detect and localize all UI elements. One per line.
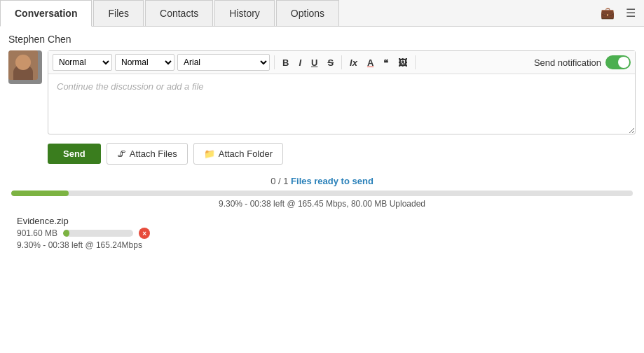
menu-button[interactable]: ☰ (623, 5, 638, 21)
attach-folder-label: Attach Folder (219, 148, 273, 159)
attach-folder-button[interactable]: 📁 Attach Folder (193, 143, 283, 165)
image-button[interactable]: 🖼 (395, 54, 411, 71)
progress-area: 0 / 1 Files ready to send 9.30% - 00:38 … (8, 176, 636, 250)
tab-options[interactable]: Options (276, 0, 339, 26)
send-notification-toggle[interactable] (605, 55, 631, 69)
content-area: Stephen Chen Normal Heading 1 Heading 2 … (0, 27, 644, 257)
settings-icon-button[interactable]: 💼 (598, 5, 617, 21)
file-row: 901.60 MB × (17, 228, 633, 239)
file-item: Evidence.zip 901.60 MB × 9.30% - 00:38 l… (17, 216, 633, 250)
files-ready-status: 0 / 1 Files ready to send (11, 176, 633, 186)
file-transfer-stats: 9.30% - 00:38 left @ 165.24Mbps (17, 240, 633, 250)
tab-contacts[interactable]: Contacts (145, 0, 213, 26)
attach-files-label: Attach Files (130, 148, 177, 159)
send-button[interactable]: Send (48, 144, 101, 164)
file-progress-bar (63, 230, 133, 237)
toolbar-divider-2 (341, 55, 342, 69)
overall-progress-fill (11, 191, 69, 196)
action-buttons: Send 🖇 Attach Files 📁 Attach Folder (48, 143, 636, 165)
tabs-bar: Conversation Files Contacts History Opti… (0, 0, 644, 27)
file-name: Evidence.zip (17, 216, 633, 226)
clear-format-button[interactable]: Ix (346, 54, 361, 71)
file-size: 901.60 MB (17, 228, 57, 238)
editor-toolbar: Normal Heading 1 Heading 2 Normal Headin… (48, 51, 635, 74)
briefcase-icon: 💼 (601, 7, 615, 19)
bold-button[interactable]: B (279, 54, 292, 71)
paragraph-style-select-1[interactable]: Normal Heading 1 Heading 2 (53, 54, 112, 71)
paragraph-style-select-2[interactable]: Normal Heading 1 Heading 2 (115, 54, 174, 71)
tab-history[interactable]: History (214, 0, 275, 26)
composer-row: Normal Heading 1 Heading 2 Normal Headin… (8, 50, 636, 134)
strikethrough-button[interactable]: S (324, 54, 337, 71)
quote-button[interactable]: ❝ (380, 54, 392, 71)
overall-progress-bar (11, 191, 633, 196)
toolbar-divider-1 (274, 55, 275, 69)
send-notification-label: Send notification (534, 57, 601, 68)
font-select[interactable]: Arial Times New Roman Courier New (177, 54, 270, 71)
send-notification-control: Send notification (534, 55, 631, 69)
text-color-button[interactable]: A (364, 54, 377, 71)
toolbar-divider-3 (415, 55, 416, 69)
progress-stats: 9.30% - 00:38 left @ 165.45 Mbps, 80.00 … (11, 199, 633, 209)
menu-icon: ☰ (626, 7, 636, 19)
files-ready-text: Files ready to send (291, 176, 374, 186)
underline-button[interactable]: U (308, 54, 321, 71)
editor-box: Normal Heading 1 Heading 2 Normal Headin… (48, 50, 636, 134)
file-cancel-button[interactable]: × (139, 228, 150, 239)
message-input[interactable]: Continue the discussion or add a file (48, 74, 635, 134)
paperclip-icon: 🖇 (117, 148, 126, 159)
attach-files-button[interactable]: 🖇 Attach Files (107, 143, 188, 165)
files-count: 0 / 1 (270, 176, 288, 186)
editor-placeholder: Continue the discussion or add a file (57, 81, 204, 92)
file-progress-fill (63, 230, 69, 237)
tab-conversation[interactable]: Conversation (0, 0, 92, 27)
user-name: Stephen Chen (8, 34, 636, 45)
italic-button[interactable]: I (295, 54, 305, 71)
avatar-image (8, 50, 38, 80)
folder-icon: 📁 (204, 148, 215, 159)
image-icon: 🖼 (398, 57, 407, 68)
tab-files[interactable]: Files (93, 0, 144, 26)
avatar (8, 50, 42, 84)
